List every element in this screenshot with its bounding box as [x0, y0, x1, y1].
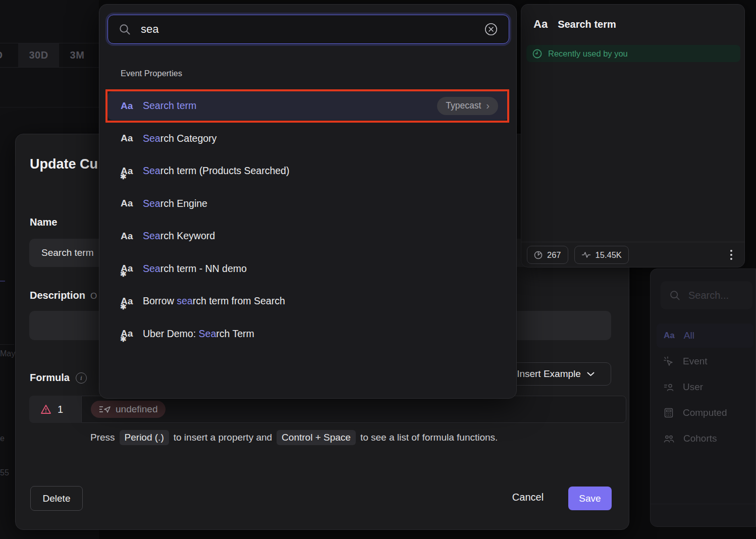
time-range-30d[interactable]: 30D: [18, 43, 59, 67]
string-type-icon: Aa✱: [121, 263, 136, 274]
result-search-keyword[interactable]: Aa✱ Search Keyword: [107, 222, 509, 250]
result-search-term-nn-demo[interactable]: Aa✱ Search term - NN demo: [107, 254, 509, 283]
results-list: Aa✱ Search term Typecast› Aa✱ Search Cat…: [107, 91, 509, 352]
search-icon: [670, 290, 680, 301]
user-icon: [664, 382, 674, 392]
search-icon: [119, 24, 131, 35]
search-input[interactable]: sea: [107, 15, 509, 44]
result-uber-demo-search-term[interactable]: Aa✱ Uber Demo: Search Term: [107, 319, 509, 348]
section-header: Event Properties: [121, 69, 182, 78]
string-type-icon: Aa: [664, 331, 675, 341]
result-search-term-products[interactable]: Aa✱ Search term (Products Searched): [107, 156, 509, 185]
formula-error-gutter: 1: [29, 396, 81, 423]
result-search-term[interactable]: Aa✱ Search term Typecast›: [107, 91, 509, 120]
chevron-down-icon: [587, 372, 595, 376]
insert-example-button[interactable]: Insert Example: [500, 362, 611, 386]
insert-example-label: Insert Example: [517, 368, 581, 380]
axis-label-55: 55: [0, 468, 9, 477]
sidebar-search-placeholder: Search...: [688, 290, 729, 301]
kbd-period: Period (.): [120, 430, 169, 445]
custom-star-icon: ✱: [120, 302, 127, 311]
search-query-text: sea: [141, 23, 474, 36]
formula-label: Formula: [30, 372, 70, 384]
save-button[interactable]: Save: [568, 487, 612, 510]
chart-line-fragment: [0, 281, 5, 282]
kbd-control-space: Control + Space: [277, 430, 356, 445]
stat-value: 15.45K: [596, 250, 622, 260]
string-type-icon: Aa✱: [121, 328, 136, 339]
string-type-icon: Aa✱: [121, 231, 136, 242]
property-detail-panel: Aa Search term Recently used by you 267 …: [521, 4, 745, 267]
pie-chart-icon: [534, 251, 543, 259]
chevron-right-icon: ›: [486, 100, 490, 112]
modal-title: Update Cu: [30, 156, 98, 172]
time-range-7d[interactable]: D: [0, 43, 11, 67]
divider: [521, 242, 744, 242]
sidebar-search-input[interactable]: Search...: [661, 281, 752, 309]
result-search-category[interactable]: Aa✱ Search Category: [107, 124, 509, 153]
time-range-3m[interactable]: 3M: [59, 43, 95, 67]
sidebar-item-all[interactable]: Aa All: [657, 324, 753, 348]
recently-used-badge: Recently used by you: [526, 45, 740, 62]
undefined-chip-label: undefined: [116, 404, 157, 415]
string-type-icon: Aa✱: [121, 133, 136, 144]
event-cursor-icon: [664, 356, 674, 366]
sidebar-item-user[interactable]: User: [657, 375, 753, 399]
warning-icon: [40, 404, 51, 414]
more-options-kebab[interactable]: [722, 246, 740, 264]
result-borrow-search-term[interactable]: Aa✱ Borrow search term from Search: [107, 287, 509, 315]
custom-event-icon: [99, 405, 111, 413]
sidebar-item-cohorts[interactable]: Cohorts: [657, 426, 753, 451]
cancel-button[interactable]: Cancel: [500, 492, 556, 503]
string-type-icon: Aa✱: [121, 100, 136, 112]
stat-value: 267: [547, 250, 561, 260]
unique-values-stat[interactable]: 267: [527, 246, 568, 264]
info-icon[interactable]: i: [76, 372, 87, 384]
event-count-stat[interactable]: 15.45K: [574, 246, 629, 264]
string-type-icon: Aa✱: [121, 166, 136, 177]
string-type-icon: Aa✱: [121, 296, 136, 307]
error-line-number: 1: [58, 404, 63, 415]
string-type-icon: Aa: [533, 18, 548, 31]
formula-hint: Press Period (.) to insert a property an…: [90, 430, 498, 445]
cohorts-icon: [664, 434, 674, 443]
string-type-icon: Aa✱: [121, 198, 136, 209]
result-search-engine[interactable]: Aa✱ Search Engine: [107, 189, 509, 218]
detail-panel-title: Search term: [558, 19, 616, 30]
formula-input[interactable]: undefined: [81, 396, 626, 423]
axis-label-e: e: [0, 434, 5, 443]
pulse-icon: [581, 251, 591, 258]
property-type-sidebar: Search... Aa All Event User Computed Coh…: [650, 268, 756, 527]
clear-search-icon[interactable]: [484, 23, 498, 36]
delete-button[interactable]: Delete: [30, 486, 83, 511]
name-label: Name: [30, 217, 57, 228]
typecast-badge[interactable]: Typecast›: [437, 97, 498, 115]
name-input-value: Search term: [41, 247, 93, 258]
divider: [651, 504, 755, 504]
property-search-dropdown: sea Event Properties Aa✱ Search term Typ…: [99, 4, 517, 399]
sidebar-item-event[interactable]: Event: [657, 349, 753, 373]
description-optional-label: O: [90, 291, 97, 301]
custom-star-icon: ✱: [120, 335, 127, 344]
sidebar-item-computed[interactable]: Computed: [657, 401, 753, 425]
custom-star-icon: ✱: [120, 172, 127, 181]
axis-label-may: May: [0, 349, 15, 358]
undefined-property-chip[interactable]: undefined: [91, 401, 166, 418]
custom-star-icon: ✱: [120, 270, 127, 279]
description-label: Description: [30, 290, 85, 301]
computed-icon: [664, 408, 674, 418]
clock-icon: [532, 49, 542, 59]
